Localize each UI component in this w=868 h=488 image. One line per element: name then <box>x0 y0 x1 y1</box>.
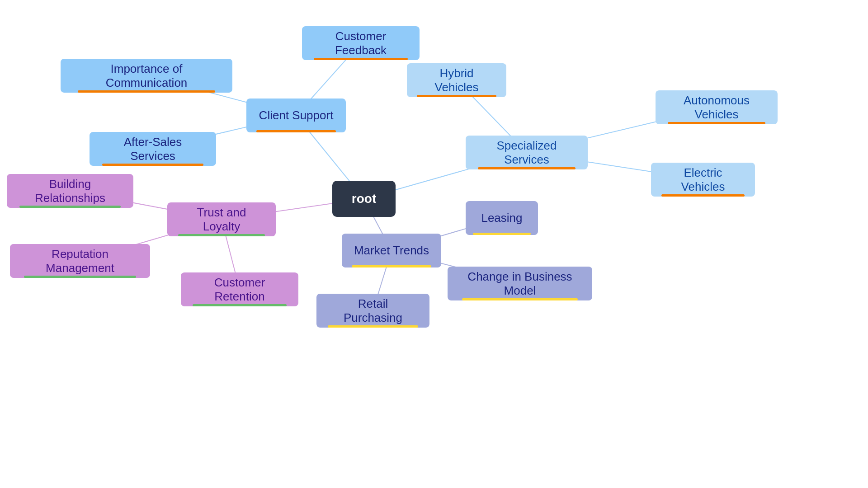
root-node[interactable]: root <box>332 181 396 217</box>
node-client-support[interactable]: Client Support <box>246 99 346 132</box>
node-retail-purchasing[interactable]: Retail Purchasing <box>316 294 429 328</box>
node-hybrid-vehicles[interactable]: Hybrid Vehicles <box>407 63 506 97</box>
node-importance-of-communication[interactable]: Importance of Communication <box>61 59 232 93</box>
node-reputation-management[interactable]: Reputation Management <box>10 244 150 278</box>
node-leasing[interactable]: Leasing <box>466 201 538 235</box>
node-customer-feedback[interactable]: Customer Feedback <box>302 26 420 60</box>
node-autonomous-vehicles[interactable]: Autonomous Vehicles <box>656 90 778 124</box>
node-change-in-business-model[interactable]: Change in Business Model <box>448 267 592 300</box>
node-market-trends[interactable]: Market Trends <box>342 234 441 267</box>
node-electric-vehicles[interactable]: Electric Vehicles <box>651 163 755 197</box>
mind-map: root Client SupportCustomer FeedbackImpo… <box>0 0 868 488</box>
node-building-relationships[interactable]: Building Relationships <box>7 174 133 208</box>
node-specialized-services[interactable]: Specialized Services <box>466 136 588 169</box>
node-after-sales-services[interactable]: After-Sales Services <box>90 132 216 166</box>
node-trust-and-loyalty[interactable]: Trust and Loyalty <box>167 202 276 236</box>
node-customer-retention[interactable]: Customer Retention <box>181 272 298 306</box>
